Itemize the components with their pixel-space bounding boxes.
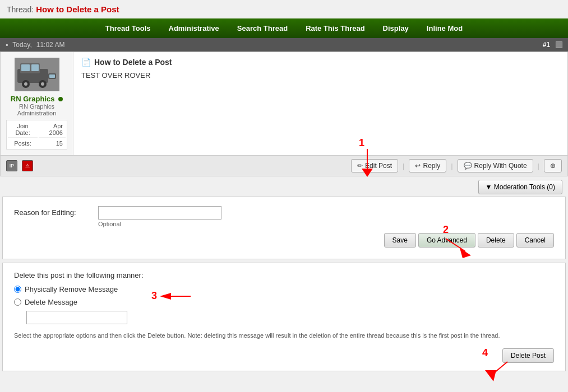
delete-post-bar: Delete Post xyxy=(14,348,554,363)
nav-administrative[interactable]: Administrative xyxy=(160,18,228,38)
posts-value: 15 xyxy=(39,139,66,148)
author-info-table: Join Date: Apr 2006 Posts: 15 xyxy=(6,120,67,150)
optional-label: Optional xyxy=(98,221,554,227)
reason-input[interactable] xyxy=(98,206,221,220)
delete-section-title: Delete this post in the following manner… xyxy=(14,271,554,279)
edit-form: Reason for Editing: Optional Save Go Adv… xyxy=(2,197,566,259)
post-title-text: How to Delete a Post xyxy=(94,58,172,67)
thread-label: Thread: xyxy=(7,5,34,14)
multipost-icon: ⊕ xyxy=(550,162,556,170)
moderation-tools-button[interactable]: ▼ Moderation Tools (0) xyxy=(478,180,562,194)
ip-icon[interactable]: IP xyxy=(6,160,17,171)
edit-post-button[interactable]: ✏ Edit Post xyxy=(351,159,398,172)
delete-post-button[interactable]: Delete Post xyxy=(502,348,554,363)
cancel-button[interactable]: Cancel xyxy=(516,233,554,248)
reason-row: Reason for Editing: Optional xyxy=(14,206,554,227)
online-indicator xyxy=(58,97,63,101)
multipost-button[interactable]: ⊕ xyxy=(544,159,562,172)
nav-rate-thread[interactable]: Rate This Thread xyxy=(297,18,373,38)
nav-search-thread[interactable]: Search Thread xyxy=(228,18,297,38)
svg-point-8 xyxy=(41,82,44,86)
post-meta-bar: ▪ Today, 11:02 AM #1 xyxy=(0,38,568,52)
quote-icon: 💬 xyxy=(464,162,472,170)
radio-physically-remove-label: Physically Remove Message xyxy=(25,285,118,293)
nav-menu: Thread Tools Administrative Search Threa… xyxy=(0,18,568,38)
delete-reason-input[interactable] xyxy=(26,311,127,324)
post-checkbox[interactable] xyxy=(556,41,562,48)
radio-physically-remove[interactable] xyxy=(14,286,21,293)
author-title: RN Graphics Administration xyxy=(6,103,67,116)
nav-display[interactable]: Display xyxy=(374,18,418,38)
save-button[interactable]: Save xyxy=(384,233,416,248)
go-advanced-button[interactable]: Go Advanced xyxy=(418,233,475,248)
thread-title: How to Delete a Post xyxy=(36,4,119,14)
post-inner: RN Graphics RN Graphics Administration J… xyxy=(1,52,567,155)
action-icons-left: IP ⚠ xyxy=(6,160,33,171)
post-content: 📄 How to Delete a Post TEST OVER ROVER xyxy=(73,52,567,155)
date-icon: ▪ xyxy=(6,41,8,49)
post-time: 11:02 AM xyxy=(36,41,65,49)
reply-with-quote-button[interactable]: 💬 Reply With Quote xyxy=(458,159,533,172)
post-date-area: ▪ Today, 11:02 AM xyxy=(6,41,64,49)
nav-bar: Thread Tools Administrative Search Threa… xyxy=(0,18,568,38)
reason-input-area: Optional xyxy=(98,206,554,227)
nav-thread-tools[interactable]: Thread Tools xyxy=(96,18,160,38)
delete-note-text: Select the appropriate options and then … xyxy=(14,331,554,340)
action-bar: IP ⚠ ✏ Edit Post | ↩ Reply | 💬 Reply Wit… xyxy=(1,155,567,176)
avatar xyxy=(15,58,59,91)
radio-option-physically: Physically Remove Message xyxy=(14,285,554,293)
post-area: RN Graphics RN Graphics Administration J… xyxy=(0,52,568,176)
pencil-icon: ✏ xyxy=(357,162,363,170)
join-date-label: Join Date: xyxy=(8,122,38,138)
svg-rect-10 xyxy=(49,74,55,78)
breadcrumb: Thread: How to Delete a Post xyxy=(0,0,568,18)
svg-rect-3 xyxy=(21,64,30,71)
document-icon: 📄 xyxy=(81,58,91,67)
radio-option-delete: Delete Message xyxy=(14,298,554,306)
svg-point-6 xyxy=(24,82,27,86)
radio-delete-message[interactable] xyxy=(14,298,21,306)
report-icon[interactable]: ⚠ xyxy=(22,160,33,171)
posts-label: Posts: xyxy=(8,139,38,148)
join-date-value: Apr 2006 xyxy=(39,122,66,138)
moderation-tools-bar: ▼ Moderation Tools (0) xyxy=(0,176,568,197)
nav-inline-mod[interactable]: Inline Mod xyxy=(418,18,472,38)
post-body-text: TEST OVER ROVER xyxy=(81,71,560,80)
post-number: #1 xyxy=(543,41,550,49)
svg-rect-4 xyxy=(31,64,39,71)
reply-button[interactable]: ↩ Reply xyxy=(409,159,446,172)
author-username[interactable]: RN Graphics xyxy=(11,95,55,103)
reason-label: Reason for Editing: xyxy=(14,206,93,217)
delete-section: Delete this post in the following manner… xyxy=(2,263,566,371)
edit-form-buttons: Save Go Advanced Delete Cancel xyxy=(14,233,554,248)
post-title-bar: 📄 How to Delete a Post xyxy=(81,58,560,67)
radio-delete-message-label: Delete Message xyxy=(25,298,77,306)
post-sidebar: RN Graphics RN Graphics Administration J… xyxy=(1,52,73,155)
action-buttons-right: ✏ Edit Post | ↩ Reply | 💬 Reply With Quo… xyxy=(351,159,562,172)
post-num-area: #1 xyxy=(543,41,562,49)
svg-marker-18 xyxy=(485,370,496,381)
post-date: Today, xyxy=(12,41,31,49)
reply-icon: ↩ xyxy=(415,162,421,170)
delete-button[interactable]: Delete xyxy=(478,233,514,248)
